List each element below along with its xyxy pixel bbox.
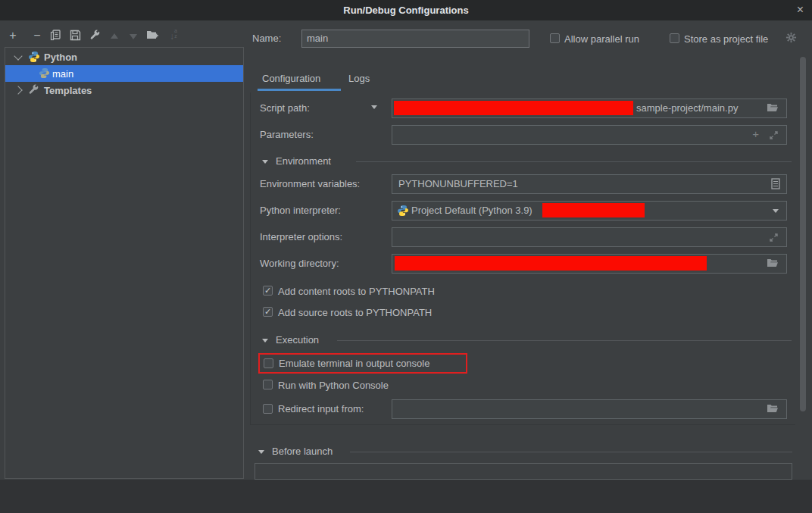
folder-icon[interactable] bbox=[767, 403, 779, 417]
python-interpreter-combobox[interactable]: Project Default (Python 3.9) bbox=[392, 201, 787, 221]
before-launch-task-list[interactable] bbox=[255, 463, 792, 480]
execution-collapse-icon[interactable] bbox=[262, 339, 268, 343]
redirect-input-label: Redirect input from: bbox=[278, 403, 364, 414]
tree-item-label: Templates bbox=[44, 85, 92, 96]
name-label: Name: bbox=[252, 33, 281, 44]
environment-collapse-icon[interactable] bbox=[262, 160, 268, 164]
expand-field-icon[interactable] bbox=[769, 130, 779, 143]
redaction-block bbox=[395, 256, 707, 271]
run-with-python-console-label: Run with Python Console bbox=[278, 380, 389, 391]
allow-parallel-run-label: Allow parallel run bbox=[564, 33, 639, 45]
allow-parallel-run-checkbox[interactable] bbox=[550, 33, 560, 43]
script-path-label: Script path: bbox=[260, 102, 310, 114]
script-path-input[interactable]: sample-project/main.py bbox=[392, 99, 787, 118]
tab-logs[interactable]: Logs bbox=[348, 73, 370, 84]
copy-configuration-icon[interactable] bbox=[48, 28, 63, 43]
python-icon bbox=[28, 51, 40, 63]
configurations-tree: Python main Templates bbox=[5, 47, 244, 479]
edit-templates-icon[interactable] bbox=[87, 28, 102, 43]
chevron-down-icon[interactable] bbox=[14, 52, 22, 60]
tree-item-templates[interactable]: Templates bbox=[5, 82, 243, 99]
python-interpreter-label: Python interpreter: bbox=[260, 205, 341, 216]
add-content-roots-label: Add content roots to PYTHONPATH bbox=[278, 286, 435, 297]
section-divider bbox=[356, 161, 792, 162]
dialog-footer: ? OK Cancel Apply bbox=[0, 480, 812, 513]
remove-configuration-icon[interactable]: − bbox=[30, 28, 45, 43]
active-tab-underline bbox=[258, 89, 341, 91]
tree-item-main[interactable]: main bbox=[5, 65, 243, 82]
python-interpreter-value: Project Default (Python 3.9) bbox=[411, 202, 532, 220]
add-configuration-icon[interactable]: + bbox=[5, 28, 20, 43]
close-icon[interactable]: × bbox=[797, 2, 804, 17]
store-as-project-file-checkbox[interactable] bbox=[670, 33, 679, 43]
wrench-icon bbox=[28, 84, 40, 96]
save-configuration-icon[interactable] bbox=[67, 28, 83, 43]
expand-field-icon[interactable] bbox=[769, 232, 779, 246]
store-as-project-file-label: Store as project file bbox=[684, 33, 768, 45]
before-launch-section-header: Before launch bbox=[272, 446, 333, 457]
folder-icon[interactable] bbox=[767, 258, 779, 271]
name-input[interactable]: main bbox=[301, 30, 529, 48]
run-debug-configurations-dialog: Run/Debug Configurations × + − ↓az Pytho… bbox=[0, 0, 812, 513]
execution-section-header: Execution bbox=[276, 334, 319, 346]
tab-configuration[interactable]: Configuration bbox=[262, 73, 320, 84]
name-value: main bbox=[307, 33, 328, 44]
section-divider bbox=[337, 340, 792, 341]
move-up-icon bbox=[107, 28, 122, 43]
redaction-block bbox=[394, 101, 633, 115]
working-directory-input[interactable] bbox=[392, 254, 787, 274]
environment-variables-label: Environment variables: bbox=[260, 178, 360, 189]
environment-variables-value: PYTHONUNBUFFERED=1 bbox=[398, 175, 518, 193]
working-directory-label: Working directory: bbox=[260, 258, 339, 269]
parameters-input[interactable]: + bbox=[392, 125, 787, 145]
vertical-scrollbar[interactable] bbox=[800, 57, 806, 411]
folder-icon[interactable] bbox=[767, 102, 779, 116]
add-source-roots-checkbox[interactable]: ✓ bbox=[263, 307, 273, 317]
script-path-value: sample-project/main.py bbox=[636, 99, 738, 117]
python-icon bbox=[397, 205, 409, 220]
interpreter-options-label: Interpreter options: bbox=[260, 231, 342, 242]
chevron-down-icon[interactable] bbox=[773, 209, 779, 213]
scrollpane-bottom-edge bbox=[250, 424, 795, 425]
add-macro-icon[interactable]: + bbox=[752, 127, 759, 140]
interpreter-options-input[interactable] bbox=[392, 227, 787, 247]
run-with-python-console-checkbox[interactable] bbox=[263, 380, 273, 389]
browse-variables-icon[interactable] bbox=[771, 178, 780, 192]
parameters-label: Parameters: bbox=[260, 129, 314, 140]
title-bar: Run/Debug Configurations × bbox=[0, 0, 812, 20]
python-icon bbox=[39, 67, 51, 80]
add-content-roots-checkbox[interactable]: ✓ bbox=[263, 286, 273, 296]
emulate-terminal-label: Emulate terminal in output console bbox=[279, 358, 429, 369]
tree-item-python[interactable]: Python bbox=[5, 48, 243, 65]
environment-section-header: Environment bbox=[276, 155, 331, 167]
redirect-input-field[interactable] bbox=[392, 399, 787, 419]
section-divider bbox=[350, 452, 792, 452]
tree-item-label: main bbox=[52, 68, 73, 80]
gear-icon[interactable] bbox=[785, 32, 797, 46]
emulate-terminal-checkbox[interactable] bbox=[264, 358, 273, 368]
before-launch-collapse-icon[interactable] bbox=[258, 450, 264, 454]
tree-item-label: Python bbox=[44, 52, 77, 63]
move-down-icon bbox=[126, 28, 141, 43]
dialog-title: Run/Debug Configurations bbox=[343, 5, 468, 16]
new-folder-icon[interactable] bbox=[145, 28, 160, 43]
sort-configurations-icon: ↓az bbox=[166, 28, 181, 43]
script-path-type-dropdown-icon[interactable] bbox=[371, 105, 377, 109]
environment-variables-input[interactable]: PYTHONUNBUFFERED=1 bbox=[392, 174, 787, 194]
chevron-right-icon[interactable] bbox=[14, 86, 22, 94]
redaction-block bbox=[542, 203, 645, 217]
add-source-roots-label: Add source roots to PYTHONPATH bbox=[278, 307, 432, 318]
scrollpane-left-edge bbox=[250, 92, 251, 424]
redirect-input-checkbox[interactable] bbox=[263, 404, 273, 414]
